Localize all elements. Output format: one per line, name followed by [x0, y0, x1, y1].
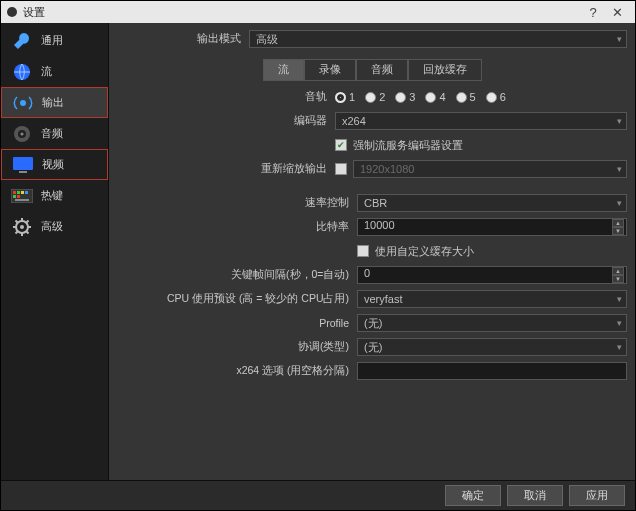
tab-record[interactable]: 录像 — [304, 59, 356, 81]
tracks-label: 音轨 — [117, 90, 335, 104]
svg-rect-13 — [17, 195, 20, 198]
svg-rect-14 — [15, 199, 29, 201]
sidebar-item-label: 输出 — [42, 95, 64, 110]
apply-button[interactable]: 应用 — [569, 485, 625, 506]
chevron-down-icon: ▾ — [617, 294, 622, 304]
chevron-down-icon: ▾ — [617, 318, 622, 328]
close-button[interactable]: ✕ — [605, 5, 629, 20]
x264opts-input[interactable] — [357, 362, 627, 380]
chevron-down-icon: ▾ — [617, 342, 622, 352]
sidebar-item-stream[interactable]: 流 — [1, 56, 108, 87]
sidebar-item-output[interactable]: 输出 — [1, 87, 108, 118]
svg-rect-10 — [21, 191, 24, 194]
x264opts-label: x264 选项 (用空格分隔) — [117, 364, 357, 378]
track-radio-1[interactable] — [335, 92, 346, 103]
encoder-select[interactable]: x264 ▾ — [335, 112, 627, 130]
sidebar-item-label: 通用 — [41, 33, 63, 48]
sidebar-item-hotkeys[interactable]: 热键 — [1, 180, 108, 211]
sidebar-item-audio[interactable]: 音频 — [1, 118, 108, 149]
bitrate-input[interactable]: 10000▲▼ — [357, 218, 627, 236]
settings-window: 设置 ? ✕ 通用 流 输出 — [0, 0, 636, 511]
svg-point-4 — [21, 132, 24, 135]
chevron-down-icon: ▾ — [617, 116, 622, 126]
tune-label: 协调(类型) — [117, 340, 357, 354]
output-mode-select[interactable]: 高级 ▾ — [249, 30, 627, 48]
keyframe-label: 关键帧间隔(秒，0=自动) — [117, 268, 357, 282]
keyboard-icon — [11, 185, 33, 207]
sidebar-item-general[interactable]: 通用 — [1, 25, 108, 56]
spin-down-icon[interactable]: ▼ — [612, 275, 624, 283]
svg-point-16 — [20, 225, 24, 229]
sidebar-item-label: 音频 — [41, 126, 63, 141]
encoder-label: 编码器 — [117, 114, 335, 128]
chevron-down-icon: ▾ — [617, 164, 622, 174]
monitor-icon — [12, 154, 34, 176]
svg-rect-6 — [19, 171, 27, 173]
gear-icon — [11, 216, 33, 238]
svg-rect-9 — [17, 191, 20, 194]
speaker-icon — [11, 123, 33, 145]
rescale-checkbox[interactable] — [335, 163, 347, 175]
rescale-select[interactable]: 1920x1080 ▾ — [353, 160, 627, 178]
spin-up-icon[interactable]: ▲ — [612, 267, 624, 275]
sidebar-item-video[interactable]: 视频 — [1, 149, 108, 180]
tune-select[interactable]: (无)▾ — [357, 338, 627, 356]
rate-control-select[interactable]: CBR▾ — [357, 194, 627, 212]
keyframe-input[interactable]: 0▲▼ — [357, 266, 627, 284]
svg-rect-12 — [13, 195, 16, 198]
sidebar-item-label: 视频 — [42, 157, 64, 172]
tabs: 流 录像 音频 回放缓存 — [117, 59, 627, 81]
app-icon — [7, 7, 17, 17]
body: 通用 流 输出 音频 — [1, 23, 635, 480]
main-panel: 输出模式 高级 ▾ 流 录像 音频 回放缓存 音轨 1 2 — [109, 23, 635, 480]
svg-rect-5 — [13, 157, 33, 170]
track-radio-2[interactable] — [365, 92, 376, 103]
track-radio-6[interactable] — [486, 92, 497, 103]
rescale-label: 重新缩放输出 — [117, 162, 335, 176]
cancel-button[interactable]: 取消 — [507, 485, 563, 506]
sidebar: 通用 流 输出 音频 — [1, 23, 109, 480]
svg-rect-11 — [25, 191, 28, 194]
svg-rect-8 — [13, 191, 16, 194]
track-radio-3[interactable] — [395, 92, 406, 103]
profile-label: Profile — [117, 317, 357, 329]
audio-tracks: 1 2 3 4 5 6 — [335, 91, 627, 103]
track-radio-5[interactable] — [456, 92, 467, 103]
track-radio-4[interactable] — [425, 92, 436, 103]
globe-icon — [11, 61, 33, 83]
help-button[interactable]: ? — [581, 5, 605, 20]
enforce-label: 强制流服务编码器设置 — [353, 138, 463, 153]
ok-button[interactable]: 确定 — [445, 485, 501, 506]
chevron-down-icon: ▾ — [617, 198, 622, 208]
cpu-preset-label: CPU 使用预设 (高 = 较少的 CPU占用) — [117, 292, 357, 306]
sidebar-item-label: 高级 — [41, 219, 63, 234]
spin-up-icon[interactable]: ▲ — [612, 219, 624, 227]
tab-stream[interactable]: 流 — [263, 59, 304, 81]
tab-replay[interactable]: 回放缓存 — [408, 59, 482, 81]
sidebar-item-label: 热键 — [41, 188, 63, 203]
sidebar-item-advanced[interactable]: 高级 — [1, 211, 108, 242]
enforce-checkbox[interactable] — [335, 139, 347, 151]
sidebar-item-label: 流 — [41, 64, 52, 79]
output-mode-label: 输出模式 — [117, 32, 249, 46]
chevron-down-icon: ▾ — [617, 34, 622, 44]
window-title: 设置 — [23, 5, 45, 20]
cpu-preset-select[interactable]: veryfast▾ — [357, 290, 627, 308]
custom-buffer-checkbox[interactable] — [357, 245, 369, 257]
titlebar: 设置 ? ✕ — [1, 1, 635, 23]
tab-audio[interactable]: 音频 — [356, 59, 408, 81]
profile-select[interactable]: (无)▾ — [357, 314, 627, 332]
spin-down-icon[interactable]: ▼ — [612, 227, 624, 235]
footer: 确定 取消 应用 — [1, 480, 635, 510]
svg-point-1 — [20, 100, 26, 106]
bitrate-label: 比特率 — [117, 220, 357, 234]
wrench-icon — [11, 30, 33, 52]
custom-buffer-label: 使用自定义缓存大小 — [375, 244, 474, 259]
broadcast-icon — [12, 92, 34, 114]
rate-control-label: 速率控制 — [117, 196, 357, 210]
